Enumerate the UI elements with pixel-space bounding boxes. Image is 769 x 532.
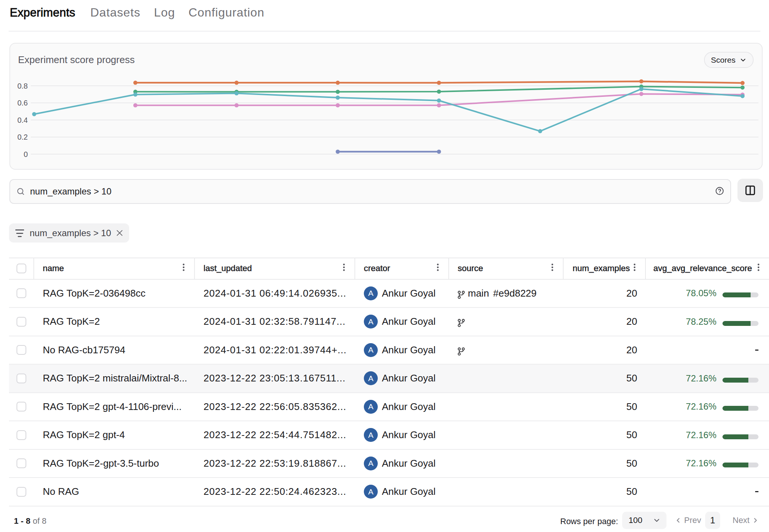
svg-text:0.8: 0.8 <box>17 82 28 90</box>
svg-text:0.4: 0.4 <box>17 116 28 124</box>
svg-text:0.2: 0.2 <box>17 133 28 141</box>
svg-text:0: 0 <box>24 150 28 158</box>
svg-text:0.6: 0.6 <box>17 99 28 107</box>
